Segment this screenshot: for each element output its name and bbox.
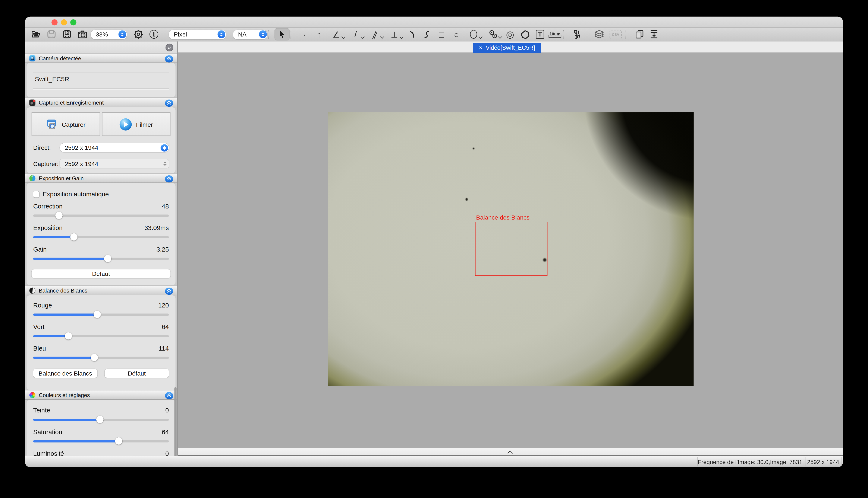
slider-knob[interactable] xyxy=(115,437,123,445)
bottom-panel-collapse-strip[interactable] xyxy=(178,448,843,456)
capture-resolution-value: 2592 x 1944 xyxy=(65,160,98,167)
slider-knob[interactable] xyxy=(91,354,98,361)
canvas-area: × Vidéo[Swift_EC5R] Balance des Blancs xyxy=(178,41,843,456)
perpendicular-tool[interactable]: ⊥ xyxy=(385,28,404,40)
video-canvas[interactable]: Balance des Blancs xyxy=(178,52,843,448)
settings-button[interactable] xyxy=(131,28,146,40)
zoom-window-button[interactable] xyxy=(70,19,76,26)
duplicate-button[interactable] xyxy=(631,28,647,40)
close-tab-icon[interactable]: × xyxy=(479,44,483,51)
chevron-down-icon[interactable] xyxy=(342,36,345,38)
slider-knob[interactable] xyxy=(70,233,78,241)
saturation-slider[interactable] xyxy=(33,437,169,445)
slider-label: Rouge xyxy=(33,302,52,309)
live-resolution-select[interactable]: 2592 x 1944 xyxy=(60,143,169,152)
circle-tool[interactable]: ○ xyxy=(449,28,464,40)
gain-slider[interactable] xyxy=(33,255,169,262)
auto-exposure-checkbox[interactable] xyxy=(33,191,39,197)
stepper-icon xyxy=(259,30,267,38)
chevron-up-icon[interactable] xyxy=(508,450,513,455)
record-button[interactable]: Filmer xyxy=(102,112,170,136)
frame-rate-status: Fréquence de l'Image: 30.0,Image: 7831 xyxy=(697,457,803,466)
red-slider[interactable] xyxy=(33,311,169,318)
slider-label: Exposition xyxy=(33,224,63,231)
sidebar-scrollbar[interactable] xyxy=(174,387,176,456)
pointer-tool-selected[interactable] xyxy=(275,28,290,40)
quick-save-icon[interactable] xyxy=(59,28,75,40)
dust-speck xyxy=(465,198,468,201)
collapse-section-button[interactable] xyxy=(165,392,173,399)
section-header-camera[interactable]: Caméra détectée xyxy=(25,53,177,63)
titlebar[interactable] xyxy=(25,17,843,28)
slider-knob[interactable] xyxy=(65,332,72,340)
camera-list-item[interactable]: Swift_EC5R xyxy=(35,76,69,82)
slider-fill xyxy=(33,236,74,238)
unit-value: Pixel xyxy=(174,31,187,38)
collapse-section-button[interactable] xyxy=(165,99,173,106)
minimize-window-button[interactable] xyxy=(61,19,67,26)
open-file-button[interactable] xyxy=(28,28,44,40)
rectangle-tool[interactable]: □ xyxy=(434,28,449,40)
zoom-level-select[interactable]: 33% xyxy=(91,30,127,39)
arc-tool[interactable] xyxy=(404,28,419,40)
chevron-down-icon[interactable] xyxy=(499,36,501,38)
camera-timer-button[interactable] xyxy=(75,28,90,40)
green-slider[interactable] xyxy=(33,332,169,340)
white-balance-button[interactable]: Balance des Blancs xyxy=(33,369,98,378)
collapse-section-button[interactable] xyxy=(165,55,173,62)
slider-fill xyxy=(33,215,59,217)
close-window-button[interactable] xyxy=(51,19,58,26)
layers-button[interactable] xyxy=(592,28,607,40)
text-annotation-tool[interactable]: T xyxy=(533,28,547,40)
snapshot-icon xyxy=(46,119,58,130)
white-balance-default-button[interactable]: Défaut xyxy=(105,369,169,378)
slider-knob[interactable] xyxy=(96,416,103,423)
na-select[interactable]: NA xyxy=(233,30,267,39)
blue-slider[interactable] xyxy=(33,354,169,361)
white-balance-panel: Rouge120 Vert64 Bleu114 Balance des Blan… xyxy=(26,295,175,390)
collapse-section-button[interactable] xyxy=(165,175,173,182)
section-header-capture[interactable]: Capture et Enregistrement xyxy=(25,97,177,107)
concentric-circles-tool[interactable]: ◎ xyxy=(502,28,518,40)
collapse-section-button[interactable] xyxy=(165,287,173,294)
slider-knob[interactable] xyxy=(55,212,63,219)
point-tool[interactable]: · xyxy=(297,28,311,40)
polygon-tool[interactable] xyxy=(518,28,533,40)
capture-resolution-select[interactable]: 2592 x 1944 xyxy=(60,159,169,168)
sidebar-collapse-button[interactable]: « xyxy=(166,44,173,51)
exposure-slider[interactable] xyxy=(33,233,169,241)
calibration-tool[interactable] xyxy=(570,28,585,40)
capture-button[interactable]: Capturer xyxy=(31,112,100,136)
hue-slider[interactable] xyxy=(33,416,169,423)
chevron-down-icon[interactable] xyxy=(381,36,384,38)
csv-export-button-disabled[interactable]: CSV xyxy=(607,28,625,40)
info-button[interactable]: i xyxy=(146,28,162,40)
tab-video[interactable]: × Vidéo[Swift_EC5R] xyxy=(473,43,540,52)
arrow-tool[interactable]: ↑ xyxy=(311,28,327,40)
ellipse-tool[interactable] xyxy=(464,28,483,40)
scalebar-tool[interactable]: 10um xyxy=(547,28,562,40)
slider-knob[interactable] xyxy=(104,255,112,262)
white-balance-roi[interactable] xyxy=(475,222,548,276)
correction-slider[interactable] xyxy=(33,212,169,219)
section-title: Caméra détectée xyxy=(39,55,81,61)
curve-tool[interactable] xyxy=(419,28,434,40)
chevron-down-icon[interactable] xyxy=(479,36,482,38)
exposure-default-button[interactable]: Défaut xyxy=(31,269,171,278)
section-header-white-balance[interactable]: Balance des Blancs xyxy=(25,285,177,295)
unit-select[interactable]: Pixel xyxy=(169,30,226,39)
slider-knob[interactable] xyxy=(93,311,101,318)
line-tool[interactable]: / xyxy=(346,28,366,40)
chevron-down-icon[interactable] xyxy=(400,36,403,38)
resolution-status: 2592 x 1944 xyxy=(805,457,841,466)
parallel-lines-tool[interactable]: ∥ xyxy=(366,28,385,40)
live-video-frame[interactable]: Balance des Blancs xyxy=(328,112,694,386)
export-button[interactable] xyxy=(647,28,662,40)
angle-tool[interactable]: ∠ xyxy=(327,28,346,40)
save-button-disabled[interactable] xyxy=(44,28,59,40)
chevron-down-icon[interactable] xyxy=(361,36,364,38)
section-header-exposure[interactable]: Exposition et Gain xyxy=(25,173,177,183)
annulus-tool[interactable] xyxy=(483,28,503,40)
section-header-colors[interactable]: Couleurs et réglages xyxy=(25,390,177,400)
exposure-icon xyxy=(29,175,36,181)
